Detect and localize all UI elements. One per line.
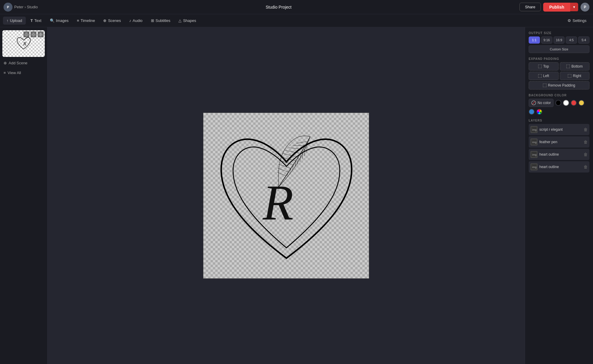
nav-avatar: P (4, 3, 12, 12)
padding-right-button[interactable]: Right (560, 72, 590, 80)
layer-thumb: img (530, 163, 538, 170)
toolbar-subtitles[interactable]: ⊞ Subtitles (147, 17, 174, 25)
remove-padding-icon (543, 84, 546, 87)
layer-delete-button[interactable]: 🗑 (584, 140, 588, 144)
nav-left: P Peter › Studio (4, 3, 38, 12)
layer-delete-button[interactable]: 🗑 (584, 165, 588, 169)
settings-icon: ⚙ (568, 18, 571, 23)
padding-grid: Top Bottom Left Right (529, 62, 589, 80)
navbar: P Peter › Studio Studio Project Share Pu… (0, 0, 593, 14)
canvas-area: R (47, 27, 525, 364)
publish-button[interactable]: Publish (543, 3, 570, 12)
layer-thumb: img (530, 138, 538, 146)
toolbar-upload[interactable]: ↑ Upload (3, 17, 26, 25)
svg-line-11 (278, 161, 291, 172)
background-color-section: BACKGROUND COLOR No color (529, 94, 589, 115)
padding-top-button[interactable]: Top (529, 62, 559, 71)
toolbar-images[interactable]: 🔍 Images (46, 17, 72, 25)
layer-item[interactable]: img heart outline 🗑 (529, 149, 589, 160)
view-all-icon: ≡ (4, 71, 6, 75)
layer-item[interactable]: img script r elegant 🗑 (529, 124, 589, 135)
user-avatar: P (581, 3, 589, 12)
swatch-yellow[interactable] (578, 100, 584, 106)
svg-text:img: img (532, 166, 537, 169)
no-color-button[interactable]: No color (529, 99, 554, 107)
subtitles-icon: ⊞ (151, 18, 154, 23)
scenes-icon: ⊕ (103, 18, 106, 23)
no-color-icon (531, 100, 536, 105)
svg-text:img: img (532, 128, 537, 131)
main-layout: R ☰ ⧉ 🗑 ⊕ Add Scene ≡ View All (0, 27, 593, 364)
size-16-9[interactable]: 16:9 (554, 36, 565, 44)
share-button[interactable]: Share (519, 3, 541, 11)
swatch-black[interactable] (555, 100, 561, 106)
upload-icon: ↑ (7, 18, 9, 23)
padding-bottom-button[interactable]: Bottom (560, 62, 590, 71)
padding-left-icon (538, 74, 542, 78)
timeline-icon: ≡ (77, 18, 79, 23)
svg-line-7 (285, 145, 300, 158)
toolbar-audio[interactable]: ♪ Audio (126, 17, 146, 25)
custom-size-button[interactable]: Custom Size (529, 45, 589, 53)
scene-delete-button[interactable]: 🗑 (38, 31, 44, 37)
size-4-5[interactable]: 4:5 (566, 36, 577, 44)
size-9-16[interactable]: 9:16 (541, 36, 552, 44)
text-icon: T (31, 18, 33, 23)
scene-copy-button[interactable]: ⧉ (31, 31, 36, 37)
scene-menu-button[interactable]: ☰ (23, 31, 29, 37)
svg-text:img: img (532, 153, 537, 156)
bg-color-row: No color (529, 99, 589, 115)
remove-padding-button[interactable]: Remove Padding (529, 81, 589, 90)
sidebar: R ☰ ⧉ 🗑 ⊕ Add Scene ≡ View All (0, 27, 47, 364)
expand-padding-section: EXPAND PADDING Top Bottom Left Right (529, 57, 589, 90)
publish-area: Publish ▾ (543, 3, 578, 12)
nav-actions: Share Publish ▾ P (519, 3, 589, 12)
svg-line-17 (296, 154, 304, 162)
layers-section: LAYERS img script r elegant 🗑 img feathe… (529, 119, 589, 174)
size-5-4[interactable]: 5:4 (578, 36, 589, 44)
size-1-1[interactable]: 1:1 (529, 36, 540, 44)
layer-thumb: img (530, 126, 538, 133)
layer-item[interactable]: img feather pen 🗑 (529, 136, 589, 148)
padding-top-icon (538, 65, 542, 68)
size-options: 1:1 9:16 16:9 4:5 5:4 (529, 36, 589, 44)
breadcrumb: Peter › Studio (14, 5, 38, 9)
padding-left-button[interactable]: Left (529, 72, 559, 80)
svg-text:R: R (23, 41, 26, 47)
scene-thumbnail[interactable]: R ☰ ⧉ 🗑 (2, 30, 45, 57)
svg-text:R: R (262, 175, 294, 231)
images-icon: 🔍 (50, 18, 55, 23)
toolbar-settings[interactable]: ⚙ Settings (564, 17, 590, 25)
svg-line-24 (532, 101, 535, 104)
output-size-section: OUTPUT SIZE 1:1 9:16 16:9 4:5 5:4 Custom… (529, 31, 589, 53)
padding-right-icon (568, 74, 571, 78)
publish-dropdown-button[interactable]: ▾ (570, 3, 578, 11)
toolbar-scenes[interactable]: ⊕ Scenes (100, 17, 124, 25)
view-all-button[interactable]: ≡ View All (2, 69, 45, 76)
right-panel: OUTPUT SIZE 1:1 9:16 16:9 4:5 5:4 Custom… (525, 27, 593, 364)
swatch-rainbow[interactable] (536, 109, 542, 115)
swatch-blue[interactable] (529, 109, 535, 115)
add-scene-icon: ⊕ (4, 61, 7, 65)
output-size-label: OUTPUT SIZE (529, 31, 589, 35)
swatch-white[interactable] (563, 100, 569, 106)
layer-delete-button[interactable]: 🗑 (584, 152, 588, 157)
shapes-icon: △ (178, 18, 181, 23)
toolbar-text[interactable]: T Text (27, 17, 45, 25)
layer-item[interactable]: img heart outline 🗑 (529, 161, 589, 173)
canvas-wrapper[interactable]: R (203, 113, 369, 279)
expand-padding-label: EXPAND PADDING (529, 57, 589, 60)
layer-thumb: img (530, 151, 538, 158)
layer-delete-button[interactable]: 🗑 (584, 127, 588, 132)
toolbar-shapes[interactable]: △ Shapes (175, 17, 200, 25)
padding-bottom-icon (566, 65, 570, 68)
add-scene-button[interactable]: ⊕ Add Scene (2, 59, 45, 67)
background-color-label: BACKGROUND COLOR (529, 94, 589, 97)
svg-text:P: P (7, 5, 9, 9)
toolbar-timeline[interactable]: ≡ Timeline (73, 17, 98, 25)
audio-icon: ♪ (129, 18, 131, 23)
toolbar: ↑ Upload T Text 🔍 Images ≡ Timeline ⊕ Sc… (0, 14, 593, 27)
layers-label: LAYERS (529, 119, 589, 122)
svg-text:img: img (532, 141, 537, 144)
swatch-red[interactable] (571, 100, 577, 106)
